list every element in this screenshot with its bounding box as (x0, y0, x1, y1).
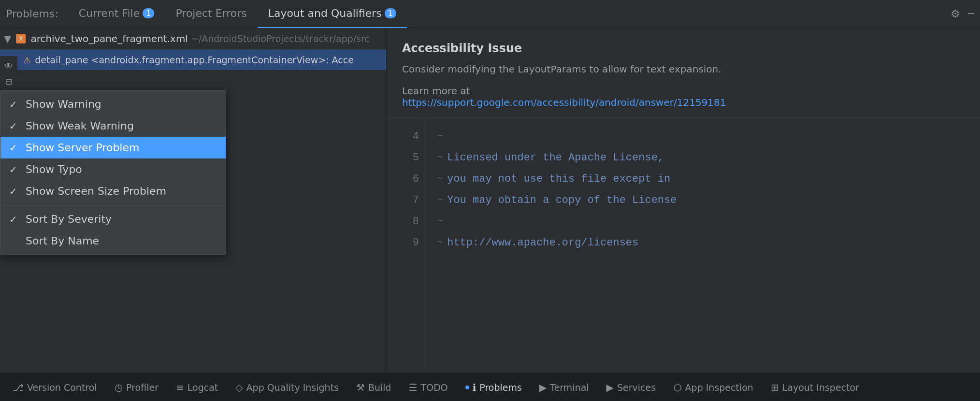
expand-arrow[interactable]: ▼ (4, 33, 11, 44)
tab-project-errors-label: Project Errors (175, 7, 246, 19)
code-panel: 4 5 6 7 8 9 ~ ~ Licensed under the Apach… (387, 118, 980, 373)
tab-layout-qualifiers[interactable]: Layout and Qualifiers 1 (258, 0, 407, 28)
app-inspection-icon: ⬡ (673, 382, 681, 393)
tilde-4: ~ (437, 126, 443, 147)
menu-item-show-screen-size[interactable]: ✓ Show Screen Size Problem (0, 180, 226, 202)
left-toolbar: 👁 ⊟ (0, 56, 17, 91)
line-num-9: 9 (392, 232, 419, 254)
app-quality-icon: ◇ (235, 382, 243, 393)
tilde-9: ~ (437, 232, 443, 254)
code-line-5: ~ Licensed under the Apache License, (437, 147, 968, 169)
menu-item-show-server-problem-label: Show Server Problem (26, 142, 139, 154)
eye-icon[interactable]: 👁 (3, 60, 14, 72)
code-text-9: http://www.apache.org/licenses (447, 232, 638, 254)
problems-dot (465, 386, 469, 389)
file-name: archive_two_pane_fragment.xml (30, 33, 188, 44)
layout-inspector-label: Layout Inspector (782, 382, 859, 393)
bottom-todo[interactable]: ☰ TODO (400, 373, 457, 401)
menu-item-show-server-problem[interactable]: ✓ Show Server Problem (0, 137, 226, 158)
menu-item-sort-name[interactable]: Sort By Name (0, 230, 226, 252)
line-num-6: 6 (392, 169, 419, 190)
check-show-server-problem: ✓ (9, 142, 20, 154)
tilde-8: ~ (437, 211, 443, 232)
code-line-7: ~ You may obtain a copy of the License (437, 190, 968, 211)
bottom-layout-inspector[interactable]: ⊞ Layout Inspector (762, 373, 868, 401)
layout-inspector-icon: ⊞ (771, 382, 779, 393)
tab-layout-qualifiers-label: Layout and Qualifiers (268, 7, 382, 19)
problems-icon: ℹ (473, 382, 476, 393)
bottom-logcat[interactable]: ≡ Logcat (167, 373, 227, 401)
panel-icon[interactable]: ⊟ (3, 75, 14, 87)
services-icon: ▶ (606, 382, 614, 393)
app-inspection-label: App Inspection (685, 382, 753, 393)
info-learn: Learn more at https://support.google.com… (402, 85, 965, 108)
version-control-label: Version Control (27, 382, 97, 393)
warning-icon: ⚠ (23, 55, 31, 65)
line-num-8: 8 (392, 211, 419, 232)
problems-label: Problems: (6, 8, 58, 20)
menu-item-sort-severity-label: Sort By Severity (26, 213, 112, 225)
tab-current-file[interactable]: Current File 1 (68, 0, 165, 28)
minimize-icon[interactable]: ─ (968, 8, 974, 20)
file-icon: X (16, 34, 26, 43)
problems-label-bottom: Problems (479, 382, 522, 393)
code-text-7: You may obtain a copy of the License (447, 190, 677, 211)
bottom-version-control[interactable]: ⎇ Version Control (4, 373, 106, 401)
code-text-6: you may not use this file except in (447, 169, 670, 190)
menu-item-show-weak-warning[interactable]: ✓ Show Weak Warning (0, 115, 226, 137)
menu-item-show-weak-warning-label: Show Weak Warning (26, 120, 134, 132)
tilde-7: ~ (437, 190, 443, 211)
info-body: Consider modifying the LayoutParams to a… (402, 62, 965, 76)
todo-label: TODO (421, 382, 448, 393)
version-control-icon: ⎇ (13, 382, 24, 393)
menu-item-sort-severity[interactable]: ✓ Sort By Severity (0, 208, 226, 230)
menu-item-show-screen-size-label: Show Screen Size Problem (26, 185, 166, 197)
menu-item-show-warning[interactable]: ✓ Show Warning (0, 93, 226, 115)
bottom-profiler[interactable]: ◷ Profiler (106, 373, 167, 401)
check-show-warning: ✓ (9, 99, 20, 110)
bottom-build[interactable]: ⚒ Build (347, 373, 400, 401)
bottom-problems[interactable]: ℹ Problems (457, 373, 531, 401)
main-area: ▼ X archive_two_pane_fragment.xml ~/Andr… (0, 28, 980, 373)
bottom-terminal[interactable]: ▶ Terminal (531, 373, 598, 401)
menu-item-show-typo-label: Show Typo (26, 163, 82, 175)
build-label: Build (368, 382, 391, 393)
filter-dropdown-menu: ✓ Show Warning ✓ Show Weak Warning ✓ Sho… (0, 90, 226, 255)
menu-separator-1 (0, 205, 226, 205)
issue-text: detail_pane <androidx.fragment.app.Fragm… (35, 55, 354, 65)
bottom-toolbar: ⎇ Version Control ◷ Profiler ≡ Logcat ◇ … (0, 373, 980, 401)
line-num-5: 5 (392, 147, 419, 169)
check-show-weak-warning: ✓ (9, 120, 20, 132)
tab-project-errors[interactable]: Project Errors (165, 0, 257, 28)
logcat-label: Logcat (187, 382, 218, 393)
code-line-8: ~ (437, 211, 968, 232)
tab-layout-qualifiers-badge: 1 (385, 8, 396, 18)
profiler-icon: ◷ (115, 382, 123, 393)
info-panel: Accessibility Issue Consider modifying t… (387, 28, 980, 118)
issue-row[interactable]: ⚠ detail_pane <androidx.fragment.app.Fra… (0, 50, 386, 70)
learn-more-prefix: Learn more at (402, 85, 470, 97)
bottom-services[interactable]: ▶ Services (598, 373, 665, 401)
code-line-4: ~ (437, 126, 968, 147)
terminal-label: Terminal (550, 382, 589, 393)
code-line-9: ~ http://www.apache.org/licenses (437, 232, 968, 254)
check-sort-severity: ✓ (9, 214, 20, 225)
learn-more-link[interactable]: https://support.google.com/accessibility… (402, 97, 726, 108)
bottom-app-quality[interactable]: ◇ App Quality Insights (227, 373, 347, 401)
right-panel: Accessibility Issue Consider modifying t… (387, 28, 980, 373)
settings-icon[interactable]: ⚙ (951, 8, 960, 20)
build-icon: ⚒ (356, 382, 365, 393)
bottom-app-inspection[interactable]: ⬡ App Inspection (664, 373, 762, 401)
services-label: Services (617, 382, 656, 393)
todo-icon: ☰ (409, 382, 418, 393)
menu-item-sort-name-label: Sort By Name (26, 235, 99, 247)
menu-item-show-typo[interactable]: ✓ Show Typo (0, 158, 226, 180)
check-show-typo: ✓ (9, 164, 20, 175)
tilde-5: ~ (437, 147, 443, 169)
check-show-screen-size: ✓ (9, 186, 20, 197)
file-path: ~/AndroidStudioProjects/trackr/app/src (191, 33, 370, 44)
tab-current-file-label: Current File (79, 7, 140, 19)
line-num-4: 4 (392, 126, 419, 147)
tab-current-file-badge: 1 (143, 8, 154, 18)
profiler-label: Profiler (126, 382, 159, 393)
